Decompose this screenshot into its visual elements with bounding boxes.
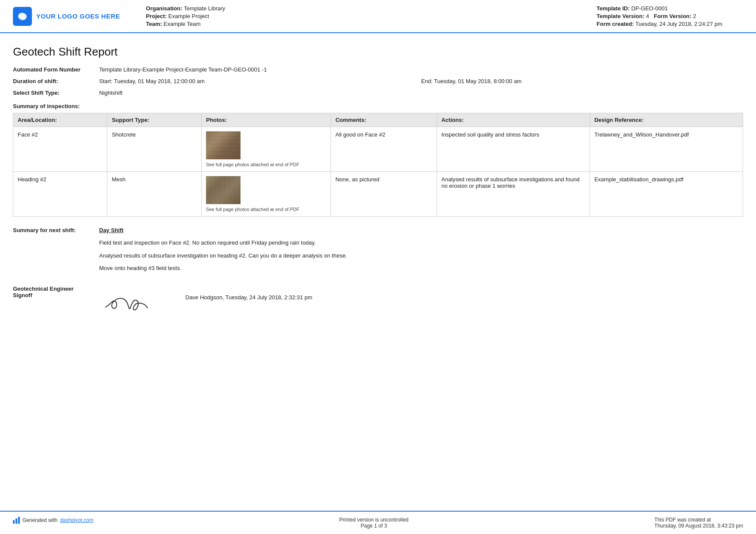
cell-support: Shotcrete <box>107 127 201 172</box>
inspection-table: Area/Location: Support Type: Photos: Com… <box>13 113 743 217</box>
form-version-value: 2 <box>693 13 696 19</box>
template-id-label: Template ID: <box>597 5 630 12</box>
duration-row: Duration of shift: Start: Tuesday, 01 Ma… <box>13 78 743 84</box>
cell-support: Mesh <box>107 172 201 217</box>
next-shift-content: Day Shift Field test and inspection on F… <box>99 227 743 277</box>
photo-caption: See full page photos attached at end of … <box>206 207 326 212</box>
cell-area: Heading #2 <box>13 172 107 217</box>
cell-design: Trelawney_and_Wilson_Handover.pdf <box>590 127 743 172</box>
team-value: Example Team <box>163 21 200 27</box>
next-shift-para-1: Field test and inspection on Face #2. No… <box>99 239 743 247</box>
col-header-support: Support Type: <box>107 113 201 127</box>
report-title: Geotech Shift Report <box>13 45 743 59</box>
next-shift-para-3: Move onto heading #3 field tests. <box>99 264 743 273</box>
col-header-area: Area/Location: <box>13 113 107 127</box>
form-created-field: Form created: Tuesday, 24 July 2018, 2:2… <box>597 21 743 27</box>
shift-type-value: Nightshift <box>99 90 743 96</box>
footer-center: Printed version is uncontrolled Page 1 o… <box>339 517 409 529</box>
cell-actions: Inspected soil quality and stress factor… <box>437 127 590 172</box>
template-version-label: Template Version: <box>597 13 644 19</box>
shift-type-label: Select Shift Type: <box>13 90 99 96</box>
template-id-field: Template ID: DP-GEO-0001 <box>597 5 743 12</box>
next-shift-para-2: Analysed results of subsurface investiga… <box>99 251 743 260</box>
footer-created-line2: Thursday, 09 August 2018, 3:43:23 pm <box>654 523 743 529</box>
dashpivot-icon <box>13 517 20 524</box>
project-value: Example Project <box>169 13 209 19</box>
next-shift-row: Summary for next shift: Day Shift Field … <box>13 227 743 277</box>
signoff-signature <box>99 286 177 317</box>
table-row: Face #2 Shotcrete See full page photos a… <box>13 127 743 172</box>
col-header-actions: Actions: <box>437 113 590 127</box>
cell-comments: All good on Face #2 <box>331 127 437 172</box>
project-field: Project: Example Project <box>146 13 588 19</box>
logo-text: YOUR LOGO GOES HERE <box>36 12 120 20</box>
cell-photos: See full page photos attached at end of … <box>201 172 331 217</box>
signoff-label-line2: Signoff <box>13 292 99 298</box>
organisation-label: Organisation: <box>146 5 183 12</box>
form-created-label: Form created: <box>597 21 634 27</box>
automated-form-value: Template Library-Example Project-Example… <box>99 66 743 73</box>
col-header-comments: Comments: <box>331 113 437 127</box>
main-content: Geotech Shift Report Automated Form Numb… <box>0 33 756 351</box>
generated-text: Generated with <box>22 517 57 523</box>
automated-form-row: Automated Form Number Template Library-E… <box>13 66 743 73</box>
footer-created-line1: This PDF was created at <box>654 517 743 523</box>
table-row: Heading #2 Mesh See full page photos att… <box>13 172 743 217</box>
signoff-label: Geotechnical Engineer Signoff <box>13 286 99 298</box>
duration-end: End: Tuesday, 01 May 2018, 8:00:00 am <box>421 78 743 84</box>
photo-image <box>206 176 241 204</box>
team-label: Team: <box>146 21 162 27</box>
photo-caption: See full page photos attached at end of … <box>206 162 326 167</box>
signoff-row: Geotechnical Engineer Signoff Dave Hodgs… <box>13 286 743 317</box>
signoff-info: Dave Hodgson, Tuesday, 24 July 2018, 2:3… <box>177 286 312 301</box>
logo-icon <box>13 7 32 26</box>
summary-heading: Summary of inspections: <box>13 103 743 109</box>
footer-page: Page 1 of 3 <box>339 523 409 529</box>
footer-left: Generated with dashpivot.com <box>13 517 94 524</box>
signature-svg <box>99 286 159 316</box>
form-version-label: Form Version: <box>654 13 691 19</box>
page-footer: Generated with dashpivot.com Printed ver… <box>0 511 756 534</box>
logo-area: YOUR LOGO GOES HERE <box>13 7 120 26</box>
header-right: Template ID: DP-GEO-0001 Template Versio… <box>597 5 743 27</box>
signoff-label-line1: Geotechnical Engineer <box>13 286 99 292</box>
footer-right: This PDF was created at Thursday, 09 Aug… <box>654 517 743 529</box>
template-id-value: DP-GEO-0001 <box>631 5 668 12</box>
cell-comments: None, as pictured <box>331 172 437 217</box>
version-field: Template Version: 4 Form Version: 2 <box>597 13 743 19</box>
cell-actions: Analysed results of subsurface investiga… <box>437 172 590 217</box>
form-created-value: Tuesday, 24 July 2018, 2:24:27 pm <box>635 21 722 27</box>
project-label: Project: <box>146 13 167 19</box>
footer-uncontrolled: Printed version is uncontrolled <box>339 517 409 523</box>
duration-label: Duration of shift: <box>13 78 99 84</box>
page-header: YOUR LOGO GOES HERE Organisation: Templa… <box>0 0 756 33</box>
next-shift-title: Day Shift <box>99 227 743 233</box>
duration-values: Start: Tuesday, 01 May 2018, 12:00:00 am… <box>99 78 743 84</box>
col-header-photos: Photos: <box>201 113 331 127</box>
dashpivot-link[interactable]: dashpivot.com <box>60 517 93 523</box>
next-shift-label: Summary for next shift: <box>13 227 99 233</box>
template-version-value: 4 <box>646 13 649 19</box>
organisation-value: Template Library <box>184 5 225 12</box>
duration-start: Start: Tuesday, 01 May 2018, 12:00:00 am <box>99 78 421 84</box>
shift-type-row: Select Shift Type: Nightshift <box>13 90 743 96</box>
cell-area: Face #2 <box>13 127 107 172</box>
photo-image <box>206 131 241 159</box>
cell-design: Example_stabilisation_drawings.pdf <box>590 172 743 217</box>
cell-photos: See full page photos attached at end of … <box>201 127 331 172</box>
automated-form-label: Automated Form Number <box>13 66 99 73</box>
header-center: Organisation: Template Library Project: … <box>129 5 588 27</box>
team-field: Team: Example Team <box>146 21 588 27</box>
organisation-field: Organisation: Template Library <box>146 5 588 12</box>
col-header-design: Design Reference: <box>590 113 743 127</box>
